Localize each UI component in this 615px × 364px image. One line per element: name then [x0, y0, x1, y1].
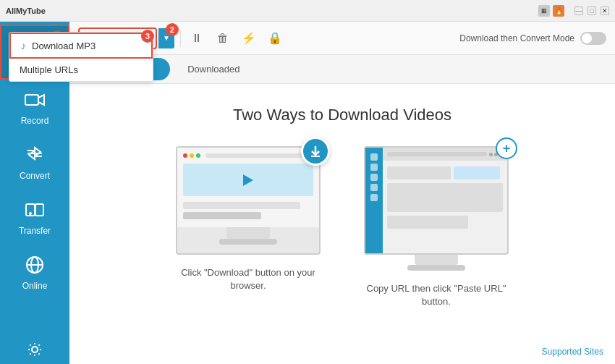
- monitor-content-area: [383, 148, 507, 253]
- sidebar-dot-2: [370, 164, 378, 171]
- svg-rect-3: [25, 95, 38, 105]
- monitor-2: +: [364, 146, 509, 255]
- sidebar-dot-5: [370, 194, 378, 201]
- monitor-dot-1: [489, 153, 493, 156]
- minimize-button[interactable]: —: [574, 7, 583, 15]
- m2-row-3: [387, 216, 503, 229]
- monitor-addressbar: [387, 152, 487, 156]
- sidebar-label-convert: Convert: [20, 171, 50, 181]
- sidebar-item-transfer[interactable]: Transfer: [0, 190, 69, 245]
- toolbar-separator-1: [180, 30, 181, 47]
- tray-icon-1: ⊞: [538, 5, 550, 17]
- badge-2: 2: [166, 23, 179, 36]
- tray-icons: ⊞ 🔥: [538, 5, 564, 17]
- sidebar-dot-4: [370, 184, 378, 191]
- maximize-button[interactable]: □: [588, 7, 596, 15]
- m2-block-2: [454, 166, 500, 179]
- dropdown-menu: ♪ Download MP3 3 Multiple URLs: [9, 32, 153, 82]
- content-bar-1: [183, 202, 300, 209]
- badge-3: 3: [141, 30, 154, 43]
- lock-button[interactable]: 🔒: [265, 28, 285, 48]
- illustrations: Click "Download" button on your browser.: [176, 146, 509, 308]
- content-area: Two Ways to Download Videos: [69, 84, 615, 364]
- pause-button[interactable]: ⏸: [187, 28, 207, 48]
- monitor-topbar: [383, 148, 507, 161]
- content-bar-2: [183, 212, 261, 219]
- monitor-sidebar: [365, 148, 383, 253]
- close-button[interactable]: ✕: [601, 7, 609, 15]
- main-content: + Paste URL ▼ 2 ⏸ 🗑 ⚡ 🔒 Download then Co…: [69, 22, 615, 364]
- tray-icon-2: 🔥: [553, 5, 564, 17]
- download-convert-toggle[interactable]: [580, 32, 606, 45]
- sidebar-item-online[interactable]: Online: [0, 245, 69, 300]
- sidebar-item-convert[interactable]: Convert: [0, 135, 69, 190]
- plus-bubble: +: [496, 137, 517, 159]
- toggle-label: Download then Convert Mode: [459, 33, 574, 43]
- tab-downloaded[interactable]: Downloaded: [170, 58, 257, 80]
- flash-button[interactable]: ⚡: [239, 28, 259, 48]
- m2-big-block: [387, 183, 503, 212]
- toolbar-right: Download then Convert Mode: [459, 32, 606, 45]
- download-bubble: [301, 137, 330, 166]
- illustration-browser-download: Click "Download" button on your browser.: [176, 146, 321, 292]
- dropdown-download-mp3[interactable]: ♪ Download MP3 3: [9, 33, 153, 59]
- monitor-wrapper-2: +: [364, 146, 509, 271]
- page-title: Two Ways to Download Videos: [233, 106, 451, 124]
- monitor-stand-1: [226, 227, 270, 239]
- monitor-base-2: [407, 265, 465, 271]
- play-icon: [243, 174, 253, 186]
- browser-dot-green: [196, 153, 200, 158]
- multiple-urls-label: Multiple URLs: [20, 64, 78, 75]
- app-logo: AllMyTube: [6, 7, 46, 15]
- m2-row-2: [387, 183, 503, 212]
- monitor-wrapper-1: [176, 146, 321, 255]
- sidebar-label-transfer: Transfer: [19, 226, 51, 236]
- browser-dot-red: [183, 153, 187, 158]
- browser-address: [205, 153, 313, 158]
- browser-header: [183, 153, 313, 158]
- m2-row-1: [387, 166, 503, 179]
- monitor-stand-2: [415, 255, 458, 265]
- video-placeholder: [183, 164, 313, 196]
- m2-block-1: [387, 166, 451, 179]
- sidebar-item-record[interactable]: Record: [0, 80, 69, 135]
- sidebar-dot-3: [370, 174, 378, 181]
- online-icon: [23, 253, 46, 276]
- svg-rect-5: [35, 204, 43, 216]
- convert-icon: [23, 143, 46, 166]
- sidebar-dot-1: [370, 153, 378, 161]
- transfer-icon: [23, 198, 46, 221]
- browser-dot-yellow: [190, 153, 194, 158]
- monitor-screen-1: [177, 148, 319, 227]
- illustration-paste-url: + Copy URL then click "Paste URL" button…: [364, 146, 509, 308]
- supported-sites-link[interactable]: Supported Sites: [542, 347, 603, 357]
- sidebar-label-record: Record: [21, 116, 49, 126]
- window-controls: ⊞ 🔥 — □ ✕: [538, 5, 609, 17]
- download-mp3-label: Download MP3: [32, 41, 96, 51]
- dropdown-multiple-urls[interactable]: Multiple URLs: [9, 59, 153, 81]
- monitor2-main: [383, 161, 507, 253]
- monitor-1: [176, 146, 321, 255]
- titlebar: AllMyTube ⊞ 🔥 — □ ✕: [0, 0, 615, 22]
- svg-point-11: [32, 347, 38, 352]
- m2-block-3: [387, 216, 468, 229]
- sidebar-label-online: Online: [22, 281, 48, 291]
- delete-button[interactable]: 🗑: [213, 28, 233, 48]
- caption-1: Click "Download" button on your browser.: [176, 266, 321, 292]
- record-icon: [23, 88, 46, 111]
- settings-button[interactable]: [0, 335, 69, 364]
- app-container: Download 1 Record Convert: [0, 22, 615, 364]
- monitor-base-1: [219, 239, 277, 245]
- caption-2: Copy URL then click "Paste URL" button.: [364, 282, 509, 308]
- svg-point-7: [29, 212, 32, 215]
